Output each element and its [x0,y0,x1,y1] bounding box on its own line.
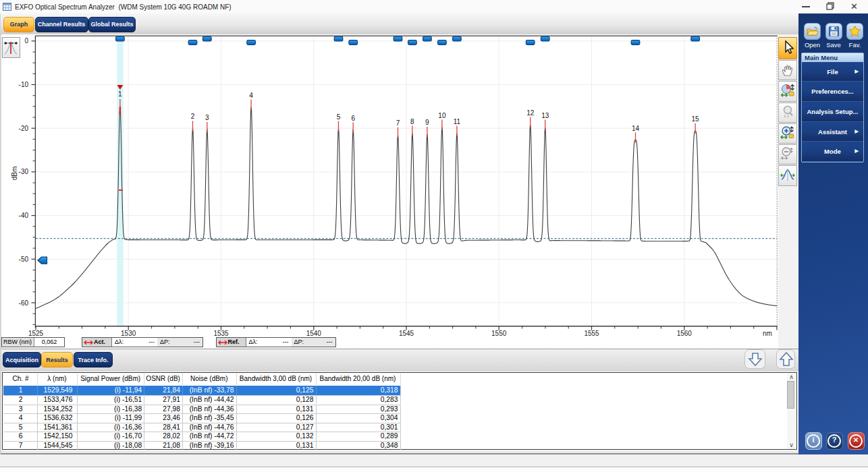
svg-text:1535: 1535 [213,330,229,337]
svg-text:1530: 1530 [121,330,136,337]
svg-text:-30: -30 [19,168,29,175]
svg-text:5: 5 [337,113,341,121]
svg-text:10: 10 [438,112,446,119]
svg-text:1560: 1560 [677,330,693,337]
svg-text:dBm: dBm [11,167,18,181]
svg-text:-60: -60 [19,299,29,307]
svg-text:-50: -50 [19,256,29,263]
svg-text:3: 3 [205,114,209,121]
svg-text:-40: -40 [19,212,29,219]
svg-text:1545: 1545 [399,330,414,337]
svg-text:15: 15 [692,115,700,123]
svg-text:1525: 1525 [28,330,44,337]
svg-text:12: 12 [526,109,535,117]
svg-text:13: 13 [541,112,549,119]
svg-text:8: 8 [410,118,414,125]
svg-text:1: 1 [118,90,122,98]
svg-text:1550: 1550 [491,330,507,337]
svg-text:1540: 1540 [306,330,322,337]
svg-text:nm: nm [763,330,772,337]
svg-text:2: 2 [191,113,195,120]
svg-text:1:1: 1:1 [784,114,790,118]
svg-text:4: 4 [249,92,253,99]
svg-text:7: 7 [396,119,400,127]
svg-text:0: 0 [24,37,28,45]
svg-text:1555: 1555 [584,330,599,337]
svg-text:-10: -10 [19,81,29,88]
svg-text:9: 9 [425,119,429,126]
svg-text:-20: -20 [19,125,29,132]
svg-text:14: 14 [632,125,640,132]
svg-text:11: 11 [454,118,461,125]
svg-text:6: 6 [351,115,355,122]
